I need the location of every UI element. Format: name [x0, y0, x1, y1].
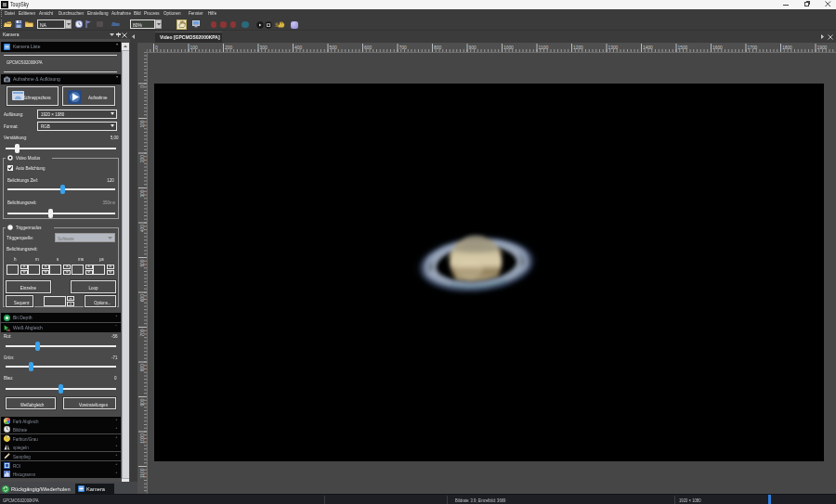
svg-text:700: 700 — [139, 329, 145, 337]
svg-text:1100: 1100 — [539, 45, 549, 50]
svg-text:1800: 1800 — [782, 45, 792, 50]
svg-text:200: 200 — [139, 154, 145, 162]
svg-text:800: 800 — [139, 363, 145, 371]
svg-text:1500: 1500 — [678, 45, 688, 50]
svg-text:1100: 1100 — [139, 468, 145, 478]
svg-text:300: 300 — [139, 189, 145, 198]
svg-text:600: 600 — [139, 293, 145, 302]
svg-text:1400: 1400 — [643, 45, 653, 50]
svg-text:800: 800 — [434, 45, 442, 50]
svg-text:900: 900 — [139, 398, 145, 407]
svg-text:600: 600 — [364, 45, 372, 50]
svg-text:1200: 1200 — [573, 45, 583, 50]
svg-text:0: 0 — [139, 84, 145, 87]
svg-text:100: 100 — [139, 120, 145, 128]
svg-text:1000: 1000 — [503, 45, 514, 50]
svg-text:200: 200 — [225, 45, 233, 50]
svg-text:100: 100 — [190, 45, 199, 50]
svg-text:1300: 1300 — [608, 45, 619, 50]
svg-text:500: 500 — [139, 259, 145, 267]
svg-text:0: 0 — [155, 45, 158, 50]
svg-text:900: 900 — [469, 45, 477, 50]
svg-text:1600: 1600 — [712, 45, 723, 50]
svg-text:400: 400 — [294, 45, 303, 50]
svg-text:500: 500 — [330, 45, 338, 50]
svg-text:400: 400 — [139, 224, 145, 232]
svg-text:300: 300 — [260, 45, 268, 50]
svg-text:1900: 1900 — [817, 45, 828, 50]
svg-text:1700: 1700 — [748, 45, 758, 50]
svg-text:700: 700 — [399, 45, 408, 50]
svg-text:1000: 1000 — [139, 433, 145, 443]
